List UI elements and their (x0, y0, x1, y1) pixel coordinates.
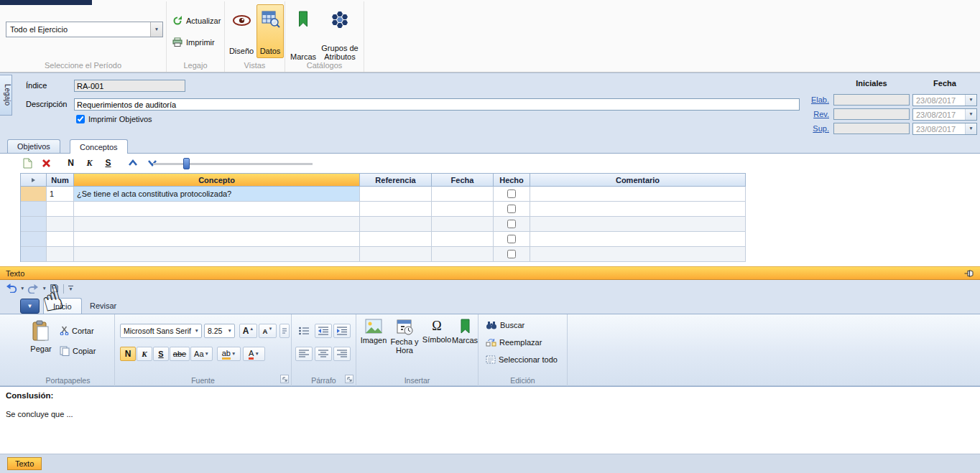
font-color-button[interactable]: A▼ (243, 347, 265, 361)
grow-font-button[interactable]: A▲ (239, 324, 257, 338)
pin-icon[interactable] (964, 269, 974, 278)
grid-corner-header[interactable] (21, 173, 47, 187)
cell-concepto[interactable]: ¿Se tiene el acta constitutiva protocoli… (74, 187, 360, 202)
rev-date-picker[interactable]: 23/08/2017 ▼ (912, 108, 977, 121)
date-dropdown-icon[interactable]: ▼ (965, 109, 976, 120)
row-selector[interactable] (21, 187, 47, 202)
grid-italic-button[interactable]: K (85, 158, 94, 169)
combo-arrow-icon[interactable]: ▼ (193, 329, 201, 334)
align-center-button[interactable] (315, 347, 332, 361)
hecho-checkbox[interactable] (507, 235, 516, 243)
align-right-button[interactable] (333, 347, 351, 361)
legajo-side-tab[interactable]: Legajo (0, 75, 12, 116)
cell-fecha[interactable] (432, 247, 494, 262)
grid-underline-button[interactable]: S (103, 158, 113, 168)
marcas-button[interactable]: Marcas (289, 5, 318, 64)
undo-dropdown-icon[interactable]: ▼ (20, 286, 24, 291)
cell-comentario[interactable] (530, 247, 746, 262)
cell-num[interactable] (47, 232, 74, 247)
align-left-button[interactable] (295, 347, 313, 361)
cell-num[interactable] (47, 217, 74, 232)
sup-date-picker[interactable]: 23/08/2017 ▼ (912, 123, 977, 135)
elab-link[interactable]: Elab. (808, 95, 829, 104)
cell-comentario[interactable] (530, 202, 746, 217)
cell-fecha[interactable] (432, 217, 494, 232)
tab-objetivos[interactable]: Objetivos (7, 139, 60, 153)
cell-num[interactable]: 1 (47, 187, 74, 202)
cell-concepto[interactable] (74, 217, 360, 232)
datos-button[interactable]: Datos (256, 4, 284, 58)
bold-button[interactable]: N (120, 347, 136, 361)
cell-referencia[interactable] (360, 232, 432, 247)
column-header-concepto[interactable]: Concepto (74, 173, 360, 187)
document-text-area[interactable]: Conslusión: Se concluye que ... (0, 386, 980, 454)
cell-referencia[interactable] (360, 247, 432, 262)
period-selector[interactable]: Todo el Ejercicio ▼ (6, 22, 163, 37)
cell-referencia[interactable] (360, 202, 432, 217)
elab-iniciales-field[interactable] (833, 94, 910, 106)
row-selector[interactable] (21, 232, 47, 247)
date-dropdown-icon[interactable]: ▼ (965, 123, 976, 134)
imprimir-objetivos-checkbox[interactable] (76, 115, 85, 123)
row-selector[interactable] (21, 217, 47, 232)
column-header-referencia[interactable]: Referencia (360, 173, 432, 187)
underline-button[interactable]: S (153, 347, 169, 361)
move-up-button[interactable] (128, 159, 138, 167)
parrafo-dialog-launcher[interactable] (345, 375, 353, 383)
cell-comentario[interactable] (530, 187, 746, 202)
cell-concepto[interactable] (74, 247, 360, 262)
cell-comentario[interactable] (530, 232, 746, 247)
grupos-atributos-button[interactable]: Grupos de Atributos (319, 5, 361, 64)
cell-concepto[interactable] (74, 232, 360, 247)
column-header-hecho[interactable]: Hecho (494, 173, 530, 187)
hecho-checkbox[interactable] (507, 220, 516, 228)
row-selector[interactable] (21, 247, 47, 262)
grid-bold-button[interactable]: N (66, 158, 75, 168)
cell-concepto[interactable] (74, 202, 360, 217)
undo-button[interactable] (6, 284, 17, 294)
cell-num[interactable] (47, 247, 74, 262)
toolbar-overflow-button[interactable]: ▼ (68, 286, 73, 292)
marcas-insert-button[interactable]: Marcas (453, 319, 477, 345)
cell-referencia[interactable] (360, 217, 432, 232)
diseno-button[interactable]: Diseño (228, 8, 255, 58)
cell-fecha[interactable] (432, 187, 494, 202)
sup-iniciales-field[interactable] (833, 123, 910, 134)
hecho-checkbox[interactable] (507, 205, 516, 213)
hecho-checkbox[interactable] (507, 189, 516, 198)
editor-menu-button[interactable]: ▼ (20, 299, 40, 314)
texto-bottom-tab[interactable]: Texto (7, 457, 42, 470)
fuente-dialog-launcher[interactable] (280, 375, 289, 383)
cell-referencia[interactable] (360, 187, 432, 202)
cell-fecha[interactable] (432, 232, 494, 247)
combo-arrow-icon[interactable]: ▼ (150, 22, 162, 37)
simbolo-button[interactable]: Ω Símbolo (422, 319, 451, 344)
tab-revisar[interactable]: Revisar (80, 298, 126, 314)
imagen-button[interactable]: Imagen (359, 319, 388, 345)
zoom-slider[interactable] (153, 163, 313, 165)
bullet-list-button[interactable] (295, 324, 313, 338)
tab-conceptos[interactable]: Conceptos (70, 139, 128, 154)
actualizar-button[interactable]: Actualizar (172, 16, 221, 26)
row-selector[interactable] (21, 202, 47, 217)
indent-decrease-button[interactable] (315, 324, 332, 338)
cell-num[interactable] (47, 202, 74, 217)
rev-iniciales-field[interactable] (833, 108, 910, 120)
imprimir-button[interactable]: Imprimir (172, 37, 215, 47)
strikethrough-button[interactable]: abe (170, 347, 190, 361)
column-header-num[interactable]: Num (47, 173, 74, 187)
date-dropdown-icon[interactable]: ▼ (965, 95, 976, 106)
delete-record-button[interactable] (42, 159, 51, 168)
indent-increase-button[interactable] (333, 324, 351, 338)
combo-arrow-icon[interactable]: ▼ (226, 329, 234, 334)
buscar-button[interactable]: Buscar (486, 321, 524, 329)
indice-field[interactable] (74, 80, 185, 92)
elab-date-picker[interactable]: 23/08/2017 ▼ (912, 94, 977, 106)
change-case-button[interactable]: Aa▼ (190, 347, 213, 361)
new-record-button[interactable] (23, 158, 32, 169)
cell-fecha[interactable] (432, 202, 494, 217)
seleccionar-todo-button[interactable]: Seleccionar todo (486, 355, 558, 364)
format-options-button[interactable] (279, 324, 290, 338)
cortar-button[interactable]: Cortar (60, 326, 94, 335)
column-header-comentario[interactable]: Comentario (530, 173, 746, 187)
